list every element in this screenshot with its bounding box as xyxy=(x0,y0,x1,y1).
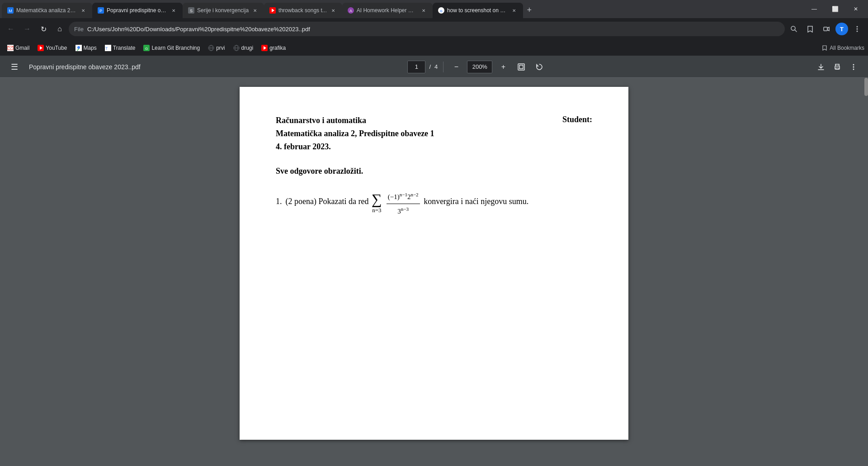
bookmark-git[interactable]: G Learn Git Branching xyxy=(140,43,203,53)
tab4-close[interactable]: ✕ xyxy=(330,7,337,14)
tab1-close[interactable]: ✕ xyxy=(80,7,87,14)
close-button[interactable]: ✕ xyxy=(845,0,866,18)
pdf-menu-button[interactable]: ☰ xyxy=(7,60,22,74)
bookmarks-right[interactable]: All Bookmarks xyxy=(821,45,864,51)
bookmark-prvi[interactable]: prvi xyxy=(204,43,228,53)
bookmark-button[interactable] xyxy=(803,22,817,36)
scrollbar-thumb[interactable] xyxy=(864,78,868,96)
math-sigma-expression: ∑ n=3 (−1)n−12n−2 3n−3 xyxy=(371,190,422,218)
problem-number: 1. xyxy=(276,193,282,209)
pdf-page-input[interactable] xyxy=(407,61,425,73)
svg-point-40 xyxy=(853,64,854,65)
svg-rect-14 xyxy=(824,27,827,31)
tab3-close[interactable]: ✕ xyxy=(251,7,259,14)
home-button[interactable]: ⌂ xyxy=(52,22,67,36)
address-bar[interactable]: File C:/Users/John%20Do/Downloads/Poprav… xyxy=(69,22,785,36)
tab-youtube-music[interactable]: throwback songs t... ✕ xyxy=(264,3,342,18)
refresh-button[interactable]: ↻ xyxy=(36,22,51,36)
tab5-favicon: A xyxy=(348,7,354,14)
tab2-close[interactable]: ✕ xyxy=(170,7,177,14)
tab-matematicka[interactable]: M Matematička analiza 2 - O... ✕ xyxy=(2,3,92,18)
svg-point-42 xyxy=(853,68,854,70)
svg-text:A: A xyxy=(349,9,352,13)
pdf-instructions: Sve odgovore obrazložiti. xyxy=(276,166,592,176)
svg-point-17 xyxy=(857,31,858,32)
tab-serije[interactable]: S Serije i konvergencija ✕ xyxy=(183,3,264,18)
menu-button[interactable] xyxy=(850,22,864,36)
pdf-zoom-out-button[interactable]: − xyxy=(449,60,463,74)
tab2-favicon: P xyxy=(98,7,104,14)
maximize-button[interactable]: ⬜ xyxy=(825,0,845,18)
pdf-page-total: 4 xyxy=(434,63,438,70)
tab6-favicon: G xyxy=(438,7,444,14)
pdf-problem-1: 1. (2 poena) Pokazati da red ∑ n=3 (−1)n… xyxy=(276,190,592,218)
bookmark-maps[interactable]: Maps xyxy=(72,43,100,53)
svg-point-15 xyxy=(857,26,858,28)
exp-n-minus-1: n−1 xyxy=(400,192,407,197)
exp-n-minus-2: n−2 xyxy=(410,192,418,197)
tab6-close[interactable]: ✕ xyxy=(510,7,518,14)
tab-bar: M Matematička analiza 2 - O... ✕ P Popra… xyxy=(0,0,868,18)
tab5-close[interactable]: ✕ xyxy=(420,7,427,14)
pdf-content-area: Računarstvo i automatika Matematička ana… xyxy=(0,78,868,466)
nav-right-buttons: T xyxy=(787,22,864,36)
problem-text: (2 poena) Pokazati da red ∑ n=3 (−1)n−12… xyxy=(286,190,529,218)
pdf-student-label: Student: xyxy=(562,114,592,153)
bookmark-grafika-label: grafika xyxy=(269,45,286,51)
bookmark-prvi-label: prvi xyxy=(216,45,225,51)
tab3-label: Serije i konvergencija xyxy=(197,7,249,14)
bookmark-youtube[interactable]: YouTube xyxy=(34,43,71,53)
bookmark-gmail[interactable]: Gmail xyxy=(4,43,33,53)
svg-line-13 xyxy=(795,30,797,32)
profile-avatar[interactable]: T xyxy=(835,23,848,35)
tab1-favicon: M xyxy=(7,7,14,14)
tab-screenshot[interactable]: G how to screenshot on win... ✕ xyxy=(433,3,523,18)
exp-n-minus-3: n−3 xyxy=(401,206,409,212)
fraction-denominator: 3n−3 xyxy=(396,204,410,218)
pdf-date: 4. februar 2023. xyxy=(276,140,434,153)
tab5-label: AI Homework Helper & So... xyxy=(357,7,417,14)
svg-text:G: G xyxy=(440,10,443,13)
pdf-download-button[interactable] xyxy=(814,60,828,74)
pdf-more-button[interactable] xyxy=(846,60,861,74)
tab2-label: Popravni predispitne obav... xyxy=(107,7,167,14)
svg-text:M: M xyxy=(9,9,12,13)
pdf-fit-button[interactable] xyxy=(514,60,528,74)
pdf-header: Računarstvo i automatika Matematička ana… xyxy=(276,114,592,153)
bookmark-youtube-label: YouTube xyxy=(46,45,67,51)
fraction-numerator: (−1)n−12n−2 xyxy=(387,190,420,204)
address-path: C:/Users/John%20Do/Downloads/Popravni%20… xyxy=(87,26,310,33)
all-bookmarks-label: All Bookmarks xyxy=(830,45,864,51)
tab-popravni[interactable]: P Popravni predispitne obav... ✕ xyxy=(92,3,183,18)
svg-text:S: S xyxy=(190,9,193,13)
bookmark-translate-label: Translate xyxy=(113,45,136,51)
vertical-scrollbar[interactable] xyxy=(864,78,868,466)
minimize-button[interactable]: — xyxy=(804,0,825,18)
pdf-separator xyxy=(443,62,443,72)
pdf-rotate-button[interactable] xyxy=(532,60,547,74)
bookmark-maps-label: Maps xyxy=(84,45,97,51)
svg-point-22 xyxy=(77,46,80,49)
bookmark-drugi[interactable]: drugi xyxy=(230,43,257,53)
pdf-right-controls xyxy=(814,60,861,74)
new-tab-button[interactable]: + xyxy=(523,4,536,16)
pdf-print-button[interactable] xyxy=(830,60,844,74)
tab-ai-homework[interactable]: A AI Homework Helper & So... ✕ xyxy=(342,3,433,18)
svg-rect-18 xyxy=(7,45,14,51)
media-button[interactable] xyxy=(819,22,834,36)
tab1-label: Matematička analiza 2 - O... xyxy=(16,7,77,14)
bookmark-grafika[interactable]: grafika xyxy=(258,43,289,53)
svg-point-16 xyxy=(857,29,858,30)
bookmark-translate[interactable]: T Translate xyxy=(101,43,139,53)
pdf-page-controls: / 4 − + xyxy=(407,60,547,74)
svg-rect-35 xyxy=(518,64,524,70)
back-button[interactable]: ← xyxy=(4,22,18,36)
pdf-page: Računarstvo i automatika Matematička ana… xyxy=(240,87,628,440)
forward-button[interactable]: → xyxy=(20,22,34,36)
bookmark-drugi-label: drugi xyxy=(241,45,254,51)
pdf-zoom-in-button[interactable]: + xyxy=(496,60,510,74)
svg-text:G: G xyxy=(145,47,148,51)
pdf-zoom-input[interactable] xyxy=(467,61,492,73)
sigma-subscript: n=3 xyxy=(372,204,381,216)
search-button[interactable] xyxy=(787,22,801,36)
